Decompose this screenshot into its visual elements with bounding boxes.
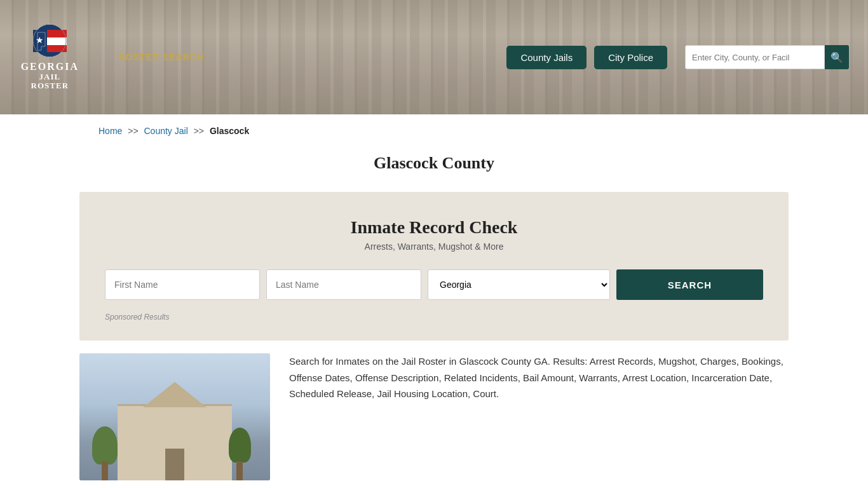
breadcrumb-sep1: >> [128,126,138,136]
first-name-input[interactable] [105,269,260,300]
main-nav: ROSTER SEARCH County Jails City Police 🔍 [119,45,849,69]
city-police-button[interactable]: City Police [594,46,667,69]
nav-buttons: County Jails City Police 🔍 [506,45,849,69]
header-search-button[interactable]: 🔍 [825,45,849,69]
logo-text-roster-visible: ROSTER [31,81,69,90]
header-search-input[interactable] [685,45,825,69]
breadcrumb-county-jail[interactable]: County Jail [144,126,188,136]
last-name-input[interactable] [266,269,421,300]
inmate-record-title: Inmate Record Check [105,217,763,238]
roster-search-link[interactable]: ROSTER SEARCH [119,52,204,62]
county-description: Search for Inmates on the Jail Roster in… [289,353,789,480]
header-search: 🔍 [685,45,849,69]
inmate-record-subtitle: Arrests, Warrants, Mugshot & More [105,241,763,252]
svg-text:★: ★ [35,36,43,45]
inmate-search-button[interactable]: SEARCH [616,269,763,300]
sponsored-results-label: Sponsored Results [105,313,763,322]
page-title: Glascock County [0,154,868,173]
site-logo[interactable]: ★ GEORGIA JAIL JAIL ROSTER ROSTER [19,24,81,90]
georgia-flag-icon: ★ [32,24,67,58]
county-building-image [79,353,270,480]
breadcrumb-current: Glascock [210,126,249,136]
inmate-search-form: AlabamaAlaskaArizonaArkansasCaliforniaCo… [105,269,763,300]
state-select[interactable]: AlabamaAlaskaArizonaArkansasCaliforniaCo… [428,269,610,300]
breadcrumb-home[interactable]: Home [98,126,122,136]
breadcrumb: Home >> County Jail >> Glascock [0,114,868,147]
breadcrumb-sep2: >> [194,126,204,136]
site-header: ★ GEORGIA JAIL JAIL ROSTER ROSTER ROSTER… [0,0,868,114]
bottom-section: Search for Inmates on the Jail Roster in… [79,353,789,488]
county-jails-button[interactable]: County Jails [506,46,587,69]
logo-text-georgia: GEORGIA [21,61,79,72]
logo-text-jail: JAIL [39,72,61,81]
inmate-record-section: Inmate Record Check Arrests, Warrants, M… [79,192,789,341]
search-icon: 🔍 [831,51,843,64]
